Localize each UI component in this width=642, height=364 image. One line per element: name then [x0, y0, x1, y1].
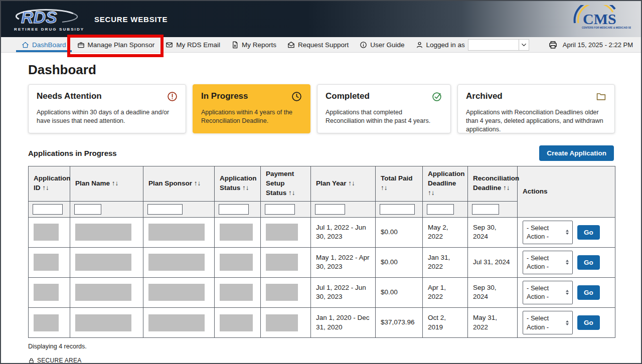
secure-area-indicator: SECURE AREA: [28, 357, 614, 364]
filter-plan-sponsor[interactable]: [147, 204, 183, 215]
table-row: Jul 1, 2022 - Jun 30, 2023 $0.00 May 2, …: [29, 217, 615, 247]
sort-icon[interactable]: ↑↓: [381, 184, 388, 192]
plan-year-cell: Jul 1, 2022 - Jun 30, 2023: [311, 217, 376, 247]
chevron-down-icon: [520, 41, 528, 49]
action-select[interactable]: - Select Action -: [523, 221, 573, 244]
sort-icon[interactable]: ↑↓: [242, 184, 249, 192]
sort-icon[interactable]: ↑↓: [194, 179, 201, 187]
table-header-row: Application ID ↑↓ Plan Name ↑↓ Plan Spon…: [29, 166, 615, 202]
select-updown-icon: [566, 320, 569, 325]
go-button[interactable]: Go: [577, 255, 600, 270]
select-updown-icon: [566, 260, 569, 265]
card-archived[interactable]: Archived Applications with Reconciliatio…: [457, 84, 615, 133]
reconciliation-deadline-cell: Sep 30, 2024: [468, 217, 518, 247]
redacted-application-id: [34, 314, 59, 331]
filter-plan-year[interactable]: [315, 204, 345, 215]
current-datetime: April 15, 2025 - 2:22 PM: [563, 41, 633, 49]
redacted-plan-name: [75, 314, 131, 331]
logged-in-user-value: [468, 40, 519, 50]
printer-icon[interactable]: [548, 40, 558, 50]
nav-item-my-rds-email[interactable]: My RDS Email: [160, 37, 226, 52]
application-deadline-cell: Apr 1, 2022: [423, 277, 468, 307]
total-paid-cell: $37,073.96: [376, 307, 423, 337]
col-header-plan-year[interactable]: Plan Year ↑↓: [311, 166, 376, 202]
card-description: Applications within 30 days of a deadlin…: [37, 108, 178, 125]
card-completed[interactable]: Completed Applications that completed Re…: [317, 84, 451, 133]
redacted-application-status: [220, 314, 253, 331]
col-header-application-id[interactable]: Application ID ↑↓: [29, 166, 70, 202]
rds-logo: RDS RETIREE DRUG SUBSIDY: [14, 7, 80, 32]
filter-reconciliation-deadline[interactable]: [472, 204, 499, 215]
table-row: May 1, 2022 - Apr 30, 2023 $0.00 Jan 31,…: [29, 247, 615, 277]
col-header-application-status[interactable]: Application Status ↑↓: [215, 166, 261, 202]
secure-area-label: SECURE AREA: [37, 357, 82, 364]
applications-section-title: Applications in Progress: [28, 149, 117, 157]
applications-table: Application ID ↑↓ Plan Name ↑↓ Plan Spon…: [28, 166, 615, 338]
col-header-payment-setup-status[interactable]: Payment Setup Status ↑↓: [261, 166, 311, 202]
col-header-reconciliation-deadline[interactable]: Reconciliation Deadline ↑↓: [468, 166, 518, 202]
app-window: RDS RETIREE DRUG SUBSIDY SECURE WEBSITE …: [0, 0, 642, 364]
check-circle-icon: [432, 91, 442, 104]
main-nav: DashBoard Manage Plan Sponsor My RDS Ema…: [1, 37, 641, 53]
plan-year-cell: Jul 1, 2022 - Jun 30, 2023: [311, 277, 376, 307]
plan-year-cell: Jan 1, 2020 - Dec 31, 2020: [311, 307, 376, 337]
filter-plan-name[interactable]: [74, 204, 101, 215]
records-count-text: Displaying 4 records.: [28, 343, 614, 350]
support-mail-icon: [287, 41, 295, 49]
logged-in-user-select[interactable]: [468, 39, 529, 51]
nav-item-user-guide[interactable]: User Guide: [354, 37, 410, 52]
nav-item-my-reports[interactable]: My Reports: [226, 37, 282, 52]
sort-icon[interactable]: ↑↓: [288, 189, 295, 197]
sort-icon[interactable]: ↑↓: [428, 189, 435, 197]
folder-icon: [596, 91, 606, 104]
card-needs-attention[interactable]: Needs Attention Applications within 30 d…: [28, 84, 186, 133]
redacted-plan-sponsor: [148, 284, 205, 301]
go-button[interactable]: Go: [577, 285, 600, 300]
action-select[interactable]: - Select Action -: [523, 251, 573, 274]
sort-icon[interactable]: ↑↓: [348, 179, 355, 187]
nav-item-request-support[interactable]: Request Support: [282, 37, 354, 52]
sort-icon[interactable]: ↑↓: [112, 179, 119, 187]
applications-section-header: Applications in Progress Create Applicat…: [28, 145, 614, 161]
total-paid-cell: $0.00: [376, 217, 423, 247]
redacted-application-status: [220, 254, 253, 271]
site-title: SECURE WEBSITE: [94, 15, 168, 24]
col-header-total-paid[interactable]: Total Paid ↑↓: [376, 166, 423, 202]
filter-application-id[interactable]: [33, 204, 63, 215]
col-header-plan-name[interactable]: Plan Name ↑↓: [70, 166, 143, 202]
clock-icon: [291, 91, 302, 104]
user-select-chevron[interactable]: [519, 40, 529, 50]
info-icon: [360, 41, 367, 49]
table-row: Jan 1, 2020 - Dec 31, 2020 $37,073.96 Oc…: [29, 307, 615, 337]
redacted-application-id: [34, 254, 59, 271]
redacted-application-status: [220, 284, 253, 301]
nav-label: DashBoard: [32, 41, 66, 49]
svg-text:RDS: RDS: [21, 8, 57, 27]
card-in-progress[interactable]: In Progress Applications within 4 years …: [193, 84, 310, 133]
card-title: In Progress: [201, 91, 248, 101]
col-header-application-deadline[interactable]: Application Deadline ↑↓: [423, 166, 468, 202]
application-deadline-cell: May 2, 2022: [423, 217, 468, 247]
filter-total-paid[interactable]: [380, 204, 415, 215]
redacted-payment-setup-status: [266, 284, 298, 301]
go-button[interactable]: Go: [577, 225, 600, 240]
filter-payment-setup-status[interactable]: [265, 204, 295, 215]
reconciliation-deadline-cell: Sep 30, 2024: [468, 277, 518, 307]
sort-icon[interactable]: ↑↓: [42, 184, 49, 192]
site-header: RDS RETIREE DRUG SUBSIDY SECURE WEBSITE …: [1, 1, 641, 37]
cms-logo: CMS CENTERS FOR MEDICARE & MEDICAID SERV…: [572, 5, 631, 33]
create-application-button[interactable]: Create Application: [539, 145, 614, 161]
nav-item-dashboard[interactable]: DashBoard: [16, 37, 72, 52]
nav-item-manage-plan-sponsor[interactable]: Manage Plan Sponsor: [72, 37, 160, 52]
go-button[interactable]: Go: [577, 315, 600, 330]
action-select[interactable]: - Select Action -: [523, 281, 573, 304]
nav-label: User Guide: [370, 41, 404, 49]
filter-application-status[interactable]: [219, 204, 249, 215]
nav-label: My Reports: [242, 41, 276, 49]
sort-icon[interactable]: ↑↓: [503, 184, 510, 192]
filter-application-deadline[interactable]: [427, 204, 454, 215]
action-select[interactable]: - Select Action -: [523, 311, 573, 334]
col-header-plan-sponsor[interactable]: Plan Sponsor ↑↓: [143, 166, 215, 202]
total-paid-cell: $0.00: [376, 277, 423, 307]
nav-label: My RDS Email: [176, 41, 220, 49]
